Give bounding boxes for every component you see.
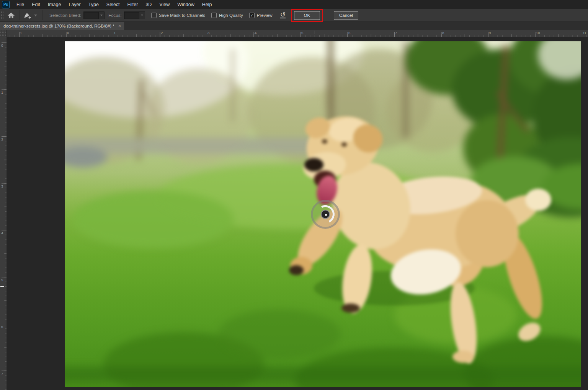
checkbox-box[interactable] (151, 13, 157, 18)
focus-area-tool-icon[interactable] (23, 10, 31, 20)
ruler-label: 5 (301, 31, 303, 35)
field-combo-0[interactable] (83, 11, 105, 19)
menu-image[interactable]: Image (44, 0, 65, 9)
checkbox-label: High Quality (219, 13, 243, 18)
options-bar-grip[interactable] (1, 10, 3, 20)
menu-type[interactable]: Type (85, 0, 103, 9)
tool-preset-chevron-icon[interactable] (34, 15, 37, 16)
ruler-label: 0 (1, 43, 3, 47)
ruler-label: 3 (207, 31, 209, 35)
checkbox-label: Preview (257, 13, 273, 18)
separator (20, 10, 20, 20)
menu-select[interactable]: Select (103, 0, 124, 9)
home-icon[interactable] (7, 10, 15, 20)
annotation-highlight-box: OK (291, 9, 323, 22)
field-value[interactable] (124, 12, 139, 19)
ruler-label: 5 (1, 278, 3, 282)
ruler-label: 6 (1, 325, 3, 329)
separator (42, 10, 43, 20)
ruler-label: 4 (255, 31, 256, 35)
ruler-cursor-indicator (0, 286, 4, 287)
ruler-label: 8 (442, 31, 444, 35)
ruler-label: 4 (1, 231, 3, 235)
reset-icon[interactable]: ↺ (280, 12, 286, 18)
menu-file[interactable]: File (13, 0, 28, 9)
ruler-label: 2 (1, 137, 3, 141)
cancel-button[interactable]: Cancel (334, 11, 358, 20)
pin-center-dot (325, 214, 327, 216)
pin-center-handle[interactable] (321, 210, 330, 219)
ruler-label: 0 (67, 31, 69, 35)
field-label-1: Focus: (108, 13, 122, 18)
vertical-ruler[interactable]: 01234567 (0, 37, 7, 390)
ruler-label: 1 (114, 31, 116, 35)
menu-window[interactable]: Window (173, 0, 198, 9)
menu-list: FileEditImageLayerTypeSelectFilter3DView… (13, 0, 216, 9)
blur-pin-widget[interactable] (311, 200, 340, 229)
tool-options-bar: Selection Bleed:Focus: Save Mask to Chan… (0, 9, 588, 22)
menu-help[interactable]: Help (198, 0, 216, 9)
checkbox-group: Save Mask to ChannelsHigh Quality✓Previe… (145, 13, 273, 18)
horizontal-ruler[interactable]: 101234567891011 (7, 30, 588, 37)
document-tab-bar: dog-trainer-secrets.jpg @ 170% (Backgrou… (0, 22, 588, 30)
field-label-0: Selection Bleed: (49, 13, 81, 18)
ruler-label: 7 (395, 31, 397, 35)
ruler-label: 7 (1, 372, 3, 376)
ruler-cursor-indicator (315, 31, 315, 34)
field-value[interactable] (84, 12, 98, 19)
checkbox-high-quality[interactable]: High Quality (211, 13, 243, 18)
photoshop-window: Ps FileEditImageLayerTypeSelectFilter3DV… (0, 0, 588, 390)
menu-edit[interactable]: Edit (28, 0, 44, 9)
menu-view[interactable]: View (155, 0, 173, 9)
document-image[interactable] (65, 41, 581, 387)
checkbox-box[interactable]: ✓ (249, 13, 255, 18)
canvas-viewport[interactable] (7, 37, 588, 390)
photoshop-logo[interactable]: Ps (2, 1, 10, 8)
document-tab[interactable]: dog-trainer-secrets.jpg @ 170% (Backgrou… (0, 22, 125, 30)
ruler-label: 10 (536, 31, 540, 35)
checkbox-label: Save Mask to Channels (159, 13, 205, 18)
ruler-label: 9 (489, 31, 491, 35)
ruler-origin-corner[interactable] (0, 30, 7, 37)
checkbox-box[interactable] (211, 13, 217, 18)
close-tab-icon[interactable]: × (118, 24, 121, 28)
ruler-label: 11 (583, 31, 586, 35)
ruler-label: 1 (20, 31, 22, 35)
ok-button[interactable]: OK (294, 11, 320, 20)
document-title: dog-trainer-secrets.jpg @ 170% (Backgrou… (3, 24, 114, 28)
field-group: Selection Bleed:Focus: (46, 11, 145, 19)
checkbox-save-mask-to-channels[interactable]: Save Mask to Channels (151, 13, 205, 18)
field-combo-1[interactable] (124, 11, 145, 19)
ruler-label: 2 (161, 31, 163, 35)
menu-bar: Ps FileEditImageLayerTypeSelectFilter3DV… (0, 0, 588, 9)
menu-filter[interactable]: Filter (124, 0, 142, 9)
ruler-label: 1 (1, 90, 3, 95)
ruler-label: 3 (1, 184, 3, 188)
dropdown-chevron-icon[interactable] (98, 12, 104, 19)
menu-3d[interactable]: 3D (142, 0, 155, 9)
ruler-label: 6 (348, 31, 350, 35)
checkbox-preview[interactable]: ✓Preview (249, 13, 273, 18)
menu-layer[interactable]: Layer (65, 0, 84, 9)
dropdown-chevron-icon[interactable] (139, 12, 145, 19)
